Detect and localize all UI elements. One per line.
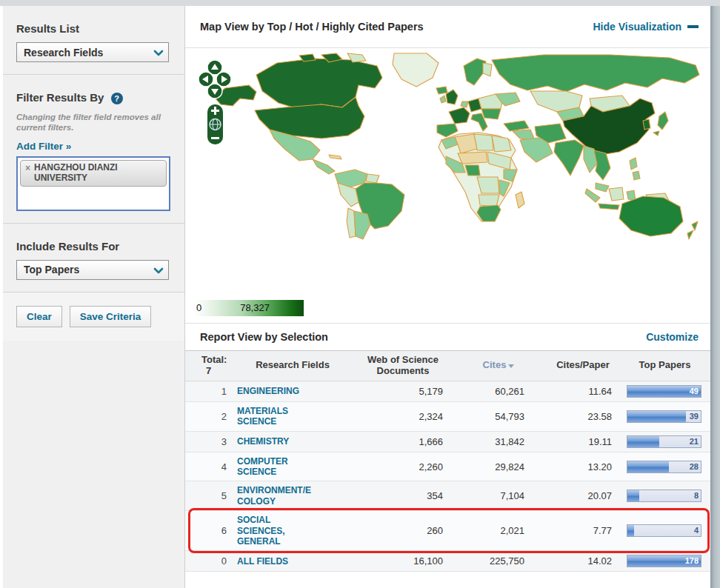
row-top-papers: 8 xyxy=(627,490,703,502)
row-cites: 60,261 xyxy=(458,386,539,397)
research-field-link[interactable]: COMPUTER SCIENCE xyxy=(237,456,348,478)
table-row: 1 ENGINEERING 5,179 60,261 11.64 49 xyxy=(185,381,710,402)
top-papers-bar-fill xyxy=(627,461,669,472)
top-papers-value: 39 xyxy=(690,412,699,421)
research-field-link[interactable]: ALL FIELDS xyxy=(237,556,348,567)
total-count: 7 xyxy=(201,366,237,377)
remove-filter-icon[interactable]: × xyxy=(25,163,30,184)
legend-max-value: 78,327 xyxy=(240,302,270,313)
row-rank: 0 xyxy=(197,555,237,567)
main-panel: Map View by Top / Hot / Highly Cited Pap… xyxy=(185,6,710,588)
filter-title: Filter Results By ? xyxy=(16,91,171,104)
world-map[interactable] xyxy=(210,53,707,242)
table-row: 2 MATERIALS SCIENCE 2,324 54,793 23.58 3… xyxy=(185,402,710,432)
row-cites: 54,793 xyxy=(458,411,539,422)
help-icon[interactable]: ? xyxy=(111,93,123,104)
customize-link[interactable]: Customize xyxy=(646,331,699,343)
total-label: Total: xyxy=(201,354,227,365)
row-top-papers: 4 xyxy=(627,524,703,537)
include-results-section: Include Results For Top Papers xyxy=(3,224,184,293)
top-papers-bar: 178 xyxy=(627,555,701,567)
column-header-top-papers: Top Papers xyxy=(627,360,703,371)
cites-label: Cites xyxy=(483,359,507,370)
save-criteria-button[interactable]: Save Criteria xyxy=(70,306,152,327)
top-papers-value: 178 xyxy=(685,556,699,565)
top-papers-value: 21 xyxy=(690,437,699,446)
row-rank: 1 xyxy=(197,386,237,397)
page-top-strip xyxy=(0,0,720,6)
row-rank: 3 xyxy=(197,436,237,447)
hide-visualization-label: Hide Visualization xyxy=(593,21,681,33)
filter-box: × HANGZHOU DIANZI UNIVERSITY xyxy=(16,156,170,211)
results-list-selected-value: Research Fields xyxy=(24,47,103,59)
research-field-link[interactable]: CHEMISTRY xyxy=(237,436,348,447)
sidebar: Results List Research Fields Filter Resu… xyxy=(3,6,185,588)
results-list-title: Results List xyxy=(16,22,171,35)
research-field-link[interactable]: SOCIAL SCIENCES, GENERAL xyxy=(237,515,348,547)
top-papers-value: 4 xyxy=(694,526,699,535)
map-legend: 0 78,327 xyxy=(194,300,304,316)
row-cites-per-paper: 14.02 xyxy=(539,555,627,567)
results-list-select[interactable]: Research Fields xyxy=(16,42,169,62)
report-table-header: Total: 7 Research Fields Web of Science … xyxy=(185,350,710,381)
column-header-wos-documents: Web of Science Documents xyxy=(348,355,458,377)
results-list-section: Results List Research Fields xyxy=(3,6,184,75)
sidebar-buttons: Clear Save Criteria xyxy=(3,293,184,341)
add-filter-link[interactable]: Add Filter » xyxy=(16,141,71,152)
hide-visualization-link[interactable]: Hide Visualization xyxy=(593,21,699,33)
row-docs: 260 xyxy=(348,525,458,536)
pan-control xyxy=(199,60,231,98)
filter-tag: × HANGZHOU DIANZI UNIVERSITY xyxy=(20,160,167,187)
top-papers-bar-fill xyxy=(627,525,634,536)
sort-down-icon xyxy=(508,364,514,368)
row-cites-per-paper: 7.77 xyxy=(539,525,627,536)
table-row: 5 ENVIRONMENT/E COLOGY 354 7,104 20.07 8 xyxy=(185,481,710,511)
map-title: Map View by Top / Hot / Highly Cited Pap… xyxy=(200,21,424,33)
row-cites: 29,824 xyxy=(458,461,539,472)
zoom-out-icon xyxy=(211,137,219,139)
row-rank: 5 xyxy=(197,490,237,501)
research-field-link[interactable]: MATERIALS SCIENCE xyxy=(237,406,348,427)
top-papers-bar: 39 xyxy=(627,410,701,423)
legend-min-value: 0 xyxy=(196,302,201,313)
row-top-papers: 49 xyxy=(627,385,703,398)
column-header-cites[interactable]: Cites xyxy=(458,360,539,371)
map-header: Map View by Top / Hot / Highly Cited Pap… xyxy=(185,6,710,48)
research-field-link[interactable]: ENVIRONMENT/E COLOGY xyxy=(237,485,348,507)
row-docs: 5,179 xyxy=(348,386,458,397)
include-results-select[interactable]: Top Papers xyxy=(16,260,169,280)
map-section: 0 78,327 xyxy=(185,48,710,324)
row-top-papers: 178 xyxy=(627,555,703,567)
top-papers-bar: 8 xyxy=(627,490,701,502)
include-results-title: Include Results For xyxy=(16,240,171,253)
clear-button[interactable]: Clear xyxy=(16,306,62,327)
report-table-body: 1 ENGINEERING 5,179 60,261 11.64 49 2 MA… xyxy=(185,381,710,572)
row-cites-per-paper: 13.20 xyxy=(539,461,627,472)
row-docs: 1,666 xyxy=(348,436,458,447)
top-papers-value: 8 xyxy=(694,491,699,500)
top-papers-bar-fill xyxy=(627,411,686,422)
chevron-down-icon xyxy=(153,265,164,279)
row-cites-per-paper: 23.58 xyxy=(539,411,627,422)
top-papers-value: 28 xyxy=(690,462,699,471)
row-cites-per-paper: 11.64 xyxy=(539,386,627,397)
row-docs: 354 xyxy=(348,490,458,501)
column-header-total: Total: 7 xyxy=(197,355,237,377)
row-cites-per-paper: 20.07 xyxy=(539,490,627,501)
row-top-papers: 28 xyxy=(627,461,703,473)
filter-tag-label: HANGZHOU DIANZI UNIVERSITY xyxy=(34,163,161,184)
top-papers-bar: 28 xyxy=(627,461,701,473)
research-field-link[interactable]: ENGINEERING xyxy=(237,386,348,396)
top-papers-value: 49 xyxy=(690,387,699,395)
zoom-control xyxy=(207,104,223,144)
table-row: 3 CHEMISTRY 1,666 31,842 19.11 21 xyxy=(185,432,710,452)
top-papers-bar: 4 xyxy=(627,524,701,537)
filter-title-text: Filter Results By xyxy=(16,91,104,104)
row-top-papers: 39 xyxy=(627,410,703,423)
include-results-selected-value: Top Papers xyxy=(24,264,79,275)
map-pan-zoom-control[interactable] xyxy=(199,59,231,146)
row-docs: 2,324 xyxy=(348,411,458,422)
top-papers-bar-fill xyxy=(627,436,659,447)
row-cites: 225,750 xyxy=(458,555,539,567)
row-cites-per-paper: 19.11 xyxy=(539,436,627,447)
